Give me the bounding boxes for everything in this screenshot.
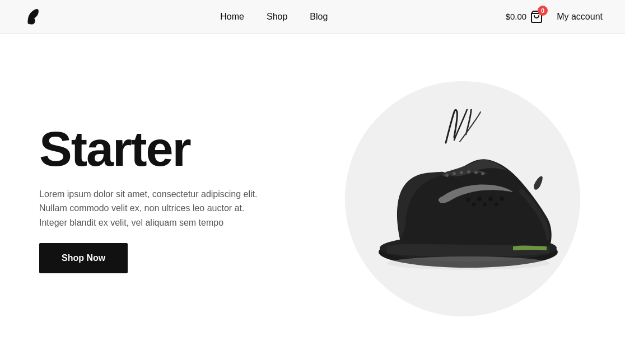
- shop-now-button[interactable]: Shop Now: [39, 243, 128, 273]
- svg-point-10: [453, 172, 456, 175]
- svg-point-15: [387, 256, 549, 270]
- logo-area[interactable]: [22, 7, 43, 27]
- svg-point-12: [467, 170, 470, 174]
- svg-point-9: [445, 174, 449, 177]
- hero-section: Starter Lorem ipsum dolor sit amet, cons…: [0, 34, 625, 364]
- logo-icon: [22, 7, 43, 27]
- cart-badge: 0: [538, 6, 548, 16]
- svg-point-8: [467, 198, 470, 202]
- hero-right: [345, 81, 580, 316]
- hero-description: Lorem ipsum dolor sit amet, consectetur …: [39, 187, 263, 230]
- nav-item-home[interactable]: Home: [220, 12, 244, 22]
- svg-point-14: [481, 172, 484, 175]
- svg-point-4: [488, 197, 493, 201]
- nav-item-shop[interactable]: Shop: [267, 12, 287, 22]
- svg-point-7: [472, 203, 476, 207]
- svg-point-2: [477, 197, 482, 201]
- svg-point-13: [474, 171, 478, 174]
- cart-area[interactable]: $0.00 0: [506, 10, 544, 24]
- shoe-image: [356, 109, 569, 288]
- cart-icon-wrap: 0: [530, 10, 543, 24]
- svg-point-6: [500, 197, 504, 201]
- shoe-image-container: [356, 104, 569, 294]
- main-nav: Home Shop Blog: [220, 12, 328, 22]
- hero-left: Starter Lorem ipsum dolor sit amet, cons…: [39, 124, 263, 274]
- nav-item-blog[interactable]: Blog: [310, 12, 328, 22]
- site-header: Home Shop Blog $0.00 0 My account: [0, 0, 625, 34]
- hero-title: Starter: [39, 124, 263, 174]
- svg-point-3: [483, 203, 487, 207]
- shoe-circle-background: [345, 81, 580, 316]
- svg-point-5: [495, 203, 498, 207]
- my-account-link[interactable]: My account: [557, 12, 603, 22]
- svg-point-11: [460, 171, 463, 174]
- cart-price: $0.00: [506, 12, 527, 21]
- header-right: $0.00 0 My account: [506, 10, 603, 24]
